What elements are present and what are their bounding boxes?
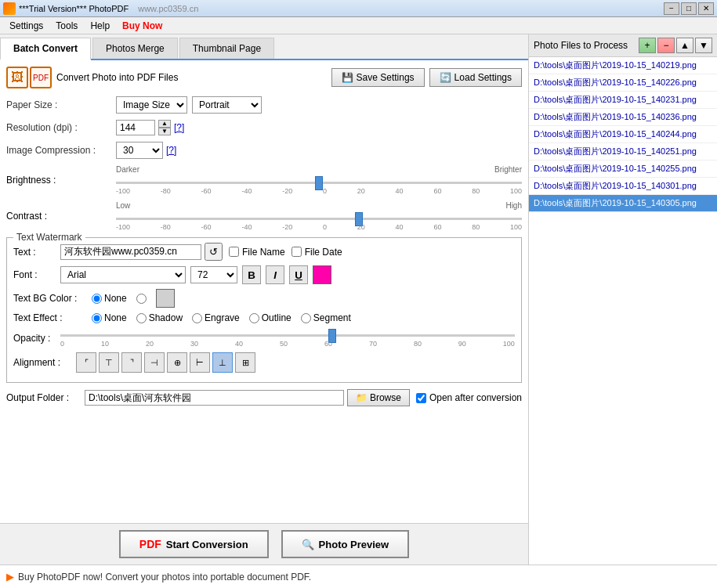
watermark-section: Text Watermark Text : ↺ File Name File D… — [6, 237, 522, 383]
effect-none-radio[interactable] — [92, 313, 102, 323]
align-top-center[interactable]: ⊤ — [99, 352, 119, 373]
orientation-select[interactable]: Portrait Landscape — [192, 96, 262, 114]
menu-buy-now[interactable]: Buy Now — [116, 19, 168, 33]
compression-help[interactable]: [?] — [166, 145, 176, 156]
brightness-container: Darker Brighter -100-80-60-40-2002040608… — [116, 165, 522, 195]
effect-shadow-radio[interactable] — [136, 313, 147, 323]
text-effect-row: Text Effect : None Shadow Engrave — [13, 312, 515, 323]
photo-icon: 🖼 — [6, 67, 28, 88]
maximize-button[interactable]: □ — [681, 2, 697, 15]
resolution-input[interactable] — [116, 120, 155, 135]
titlebar-controls[interactable]: − □ ✕ — [664, 2, 714, 15]
compression-row: Image Compression : 1020304050 [?] — [6, 142, 522, 159]
align-middle-right[interactable]: ⊢ — [190, 352, 210, 373]
effect-engrave-radio[interactable] — [192, 313, 202, 323]
resolution-help[interactable]: [?] — [174, 122, 184, 133]
watermark-refresh-button[interactable]: ↺ — [205, 243, 223, 261]
move-up-button[interactable]: ▲ — [676, 38, 693, 53]
bg-color-row: Text BG Color : None — [13, 289, 515, 308]
pdf-icon: PDF — [139, 538, 161, 550]
align-bottom-center[interactable]: ⊥ — [212, 352, 233, 373]
preview-label: Photo Preview — [319, 539, 389, 550]
file-item[interactable]: D:\tools\桌面图片\2019-10-15_140231.png — [529, 92, 717, 109]
align-tile[interactable]: ⊞ — [235, 352, 255, 373]
watermark-text-input[interactable] — [60, 244, 201, 260]
effect-segment-text: Segment — [313, 312, 351, 323]
effect-engrave-label: Engrave — [192, 312, 240, 323]
resolution-down[interactable]: ▼ — [158, 128, 171, 135]
tab-batch-convert[interactable]: Batch Convert — [0, 38, 91, 60]
move-down-button[interactable]: ▼ — [695, 38, 712, 53]
browse-button[interactable]: 📁 Browse — [347, 389, 410, 406]
align-top-right[interactable]: ⌝ — [121, 352, 142, 373]
text-color-picker[interactable] — [313, 265, 331, 284]
output-label: Output Folder : — [6, 392, 85, 403]
align-top-left[interactable]: ⌜ — [76, 352, 96, 373]
tab-thumbnail-page[interactable]: Thumbnail Page — [179, 38, 274, 59]
bg-color-radio[interactable] — [136, 294, 147, 304]
opacity-slider[interactable] — [60, 334, 515, 337]
opacity-container: 0102030405060708090100 — [60, 328, 515, 348]
brightness-left-label: Darker — [116, 165, 139, 174]
load-settings-button[interactable]: 🔄 Load Settings — [429, 68, 522, 87]
app-logo — [3, 2, 16, 15]
save-settings-button[interactable]: 💾 Save Settings — [331, 68, 425, 87]
resolution-up[interactable]: ▲ — [158, 120, 171, 128]
effect-shadow-text: Shadow — [149, 312, 183, 323]
remove-file-button[interactable]: − — [657, 38, 675, 53]
compression-label: Image Compression : — [6, 145, 116, 156]
brightness-slider[interactable] — [116, 182, 522, 184]
right-panel-header: Photo Files to Process + − ▲ ▼ — [529, 34, 717, 57]
save-label: Save Settings — [357, 72, 415, 83]
menu-settings[interactable]: Settings — [3, 19, 49, 33]
add-file-button[interactable]: + — [639, 38, 656, 53]
file-item[interactable]: D:\tools\桌面图片\2019-10-15_140226.png — [529, 74, 717, 92]
menu-help[interactable]: Help — [84, 19, 116, 33]
opacity-label: Opacity : — [13, 333, 60, 344]
font-controls: Arial Times New Roman Courier New 812243… — [60, 265, 331, 284]
contrast-label: Contrast : — [6, 211, 116, 222]
brightness-row: Brightness : Darker Brighter -100-80-60-… — [6, 165, 522, 195]
compression-select[interactable]: 1020304050 — [116, 142, 163, 159]
effect-none-label: None — [92, 312, 127, 323]
italic-button[interactable]: I — [266, 265, 284, 284]
file-item[interactable]: D:\tools\桌面图片\2019-10-15_140301.png — [529, 178, 717, 195]
effect-segment-radio[interactable] — [301, 313, 311, 323]
file-item[interactable]: D:\tools\桌面图片\2019-10-15_140236.png — [529, 109, 717, 126]
effect-outline-radio[interactable] — [249, 313, 259, 323]
right-panel-title: Photo Files to Process — [534, 40, 628, 51]
bold-button[interactable]: B — [242, 265, 261, 284]
file-item[interactable]: D:\tools\桌面图片\2019-10-15_140305.png — [529, 195, 717, 212]
save-icon: 💾 — [342, 72, 353, 83]
paper-size-select[interactable]: Image Size A4 Letter — [116, 96, 187, 114]
tab-photos-merge[interactable]: Photos Merge — [92, 38, 178, 59]
file-item[interactable]: D:\tools\桌面图片\2019-10-15_140255.png — [529, 161, 717, 178]
size-select[interactable]: 8122436487296 — [190, 266, 237, 283]
effect-label: Text Effect : — [13, 312, 92, 323]
menu-tools[interactable]: Tools — [49, 19, 84, 33]
panel-controls: + − ▲ ▼ — [639, 38, 712, 53]
file-item[interactable]: D:\tools\桌面图片\2019-10-15_140244.png — [529, 126, 717, 143]
wm-text-label: Text : — [13, 247, 60, 258]
bg-color-swatch[interactable] — [156, 289, 175, 308]
align-middle-center[interactable]: ⊕ — [167, 352, 187, 373]
output-path-input[interactable] — [85, 390, 344, 406]
bg-none-label: None — [104, 293, 127, 304]
filedate-checkbox[interactable] — [292, 247, 302, 257]
minimize-button[interactable]: − — [664, 2, 679, 15]
start-conversion-button[interactable]: PDF Start Conversion — [119, 530, 269, 558]
align-middle-left[interactable]: ⊣ — [144, 352, 165, 373]
effect-outline-label: Outline — [249, 312, 292, 323]
font-select[interactable]: Arial Times New Roman Courier New — [60, 266, 186, 283]
photo-preview-button[interactable]: 🔍 Photo Preview — [281, 530, 410, 558]
filename-checkbox[interactable] — [229, 247, 239, 257]
close-button[interactable]: ✕ — [698, 2, 714, 15]
bg-none-radio[interactable] — [92, 294, 102, 304]
file-item[interactable]: D:\tools\桌面图片\2019-10-15_140219.png — [529, 57, 717, 74]
contrast-slider[interactable] — [116, 218, 522, 220]
open-after-checkbox[interactable] — [416, 393, 426, 403]
font-row: Font : Arial Times New Roman Courier New… — [13, 265, 515, 284]
watermark-title: Text Watermark — [13, 232, 85, 243]
file-item[interactable]: D:\tools\桌面图片\2019-10-15_140251.png — [529, 143, 717, 161]
underline-button[interactable]: U — [289, 265, 308, 284]
